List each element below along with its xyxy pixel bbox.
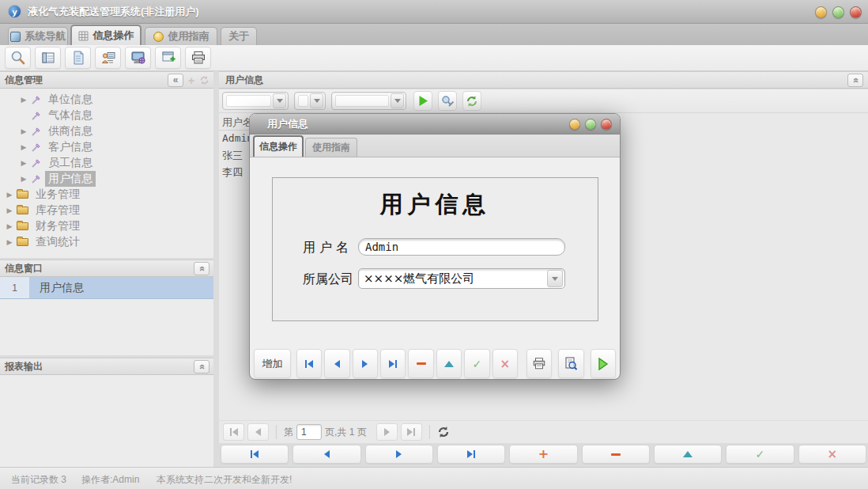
- sidebar: 信息管理 « + ▶ 单位信息 气体信息: [0, 71, 213, 467]
- tab-system-nav[interactable]: 系统导航: [8, 27, 68, 45]
- minimize-button[interactable]: [815, 6, 827, 18]
- record-prev-button[interactable]: [292, 445, 360, 464]
- dialog-print-button[interactable]: [526, 349, 552, 378]
- dialog-edit-button[interactable]: [436, 349, 462, 378]
- record-edit-button[interactable]: [654, 445, 722, 464]
- dialog-tab-info-operation[interactable]: 信息操作: [253, 135, 304, 157]
- dialog-delete-button[interactable]: [408, 349, 433, 378]
- tree-item-label: 员工信息: [45, 155, 96, 171]
- first-page-button[interactable]: [223, 423, 244, 441]
- dialog-titlebar[interactable]: 用户信息: [250, 114, 620, 135]
- last-page-button[interactable]: [401, 423, 422, 441]
- collapse-info-window-button[interactable]: «: [194, 262, 209, 275]
- refresh-data-button[interactable]: [462, 91, 481, 111]
- expand-arrow-icon[interactable]: ▶: [19, 175, 28, 183]
- tree-item-inventory-mgmt[interactable]: ▶ 库存管理: [0, 203, 213, 218]
- tool-icon: [31, 142, 41, 153]
- chevron-down-icon: [277, 99, 283, 103]
- close-button[interactable]: [850, 6, 862, 18]
- dropdown-button[interactable]: [273, 93, 286, 108]
- collapse-report-button[interactable]: «: [194, 360, 209, 373]
- expand-arrow-icon[interactable]: ▶: [5, 207, 14, 214]
- dropdown-button[interactable]: [391, 93, 404, 108]
- tree-item-label: 气体信息: [45, 108, 96, 123]
- record-cancel-button[interactable]: ×: [798, 445, 866, 464]
- collapse-main-panel-button[interactable]: «: [847, 74, 863, 87]
- expand-arrow-icon[interactable]: ▶: [19, 96, 28, 104]
- new-window-button[interactable]: [155, 47, 181, 69]
- prev-page-button[interactable]: [247, 423, 269, 441]
- refresh-grid-icon[interactable]: [437, 426, 450, 438]
- tree-item-query-stats[interactable]: ▶ 查询统计: [0, 234, 213, 250]
- company-select[interactable]: ××××燃气有限公司: [358, 268, 565, 289]
- record-next-button[interactable]: [365, 445, 433, 464]
- folder-icon: [17, 191, 28, 199]
- filter-value-select[interactable]: [331, 92, 406, 110]
- grid-row-lisi[interactable]: 李四: [222, 164, 243, 180]
- record-add-button[interactable]: +: [509, 445, 577, 464]
- dialog-confirm-button[interactable]: ✓: [464, 349, 489, 378]
- expand-arrow-icon[interactable]: ▶: [5, 222, 14, 230]
- page-number-input[interactable]: [296, 424, 322, 440]
- list-view-button[interactable]: [35, 47, 61, 69]
- expand-arrow-icon[interactable]: ▶: [19, 143, 28, 151]
- expand-arrow-icon[interactable]: ▶: [5, 238, 14, 246]
- record-confirm-button[interactable]: ✓: [726, 445, 794, 464]
- dialog-prev-button[interactable]: [324, 349, 349, 378]
- filter-operator-select[interactable]: [294, 92, 326, 110]
- tree-item-employee-info[interactable]: ▶ 员工信息: [0, 155, 213, 171]
- expand-arrow-icon[interactable]: ▶: [5, 191, 14, 199]
- grid-row-zhangsan[interactable]: 张三: [222, 147, 243, 164]
- cancel-icon: ×: [500, 357, 510, 371]
- minus-icon: [417, 362, 426, 365]
- next-page-button[interactable]: [376, 423, 398, 441]
- document-button[interactable]: [65, 47, 91, 69]
- tree-item-label: 查询统计: [32, 234, 83, 250]
- execute-filter-button[interactable]: [413, 91, 432, 111]
- user-management-button[interactable]: [95, 47, 121, 69]
- tree-item-supplier-info[interactable]: ▶ 供商信息: [0, 123, 213, 139]
- dialog-close-button[interactable]: [601, 119, 612, 130]
- tab-info-operation[interactable]: 信息操作: [70, 25, 142, 45]
- tree-item-user-info[interactable]: ▶ 用户信息: [0, 171, 213, 187]
- tree-item-unit-info[interactable]: ▶ 单位信息: [0, 92, 213, 108]
- expand-arrow-icon[interactable]: ▶: [19, 159, 28, 167]
- record-first-button[interactable]: [221, 445, 289, 464]
- collapse-sidebar-button[interactable]: «: [168, 74, 183, 87]
- tab-about[interactable]: 关于: [221, 27, 257, 45]
- dialog-tab-user-guide[interactable]: 使用指南: [305, 138, 357, 157]
- monitor-globe-icon: [130, 50, 146, 66]
- dialog-cancel-button[interactable]: ×: [492, 349, 518, 378]
- record-last-button[interactable]: [437, 445, 505, 464]
- dialog-minimize-button[interactable]: [569, 119, 580, 130]
- expand-arrow-icon[interactable]: ▶: [19, 127, 28, 135]
- record-delete-button[interactable]: [582, 445, 650, 464]
- add-record-button[interactable]: 增加: [254, 349, 291, 378]
- dialog-next-button[interactable]: [353, 349, 378, 378]
- tree-item-customer-info[interactable]: ▶ 客户信息: [0, 139, 213, 155]
- dialog-last-button[interactable]: [380, 349, 406, 378]
- tree-item-finance-mgmt[interactable]: ▶ 财务管理: [0, 218, 213, 234]
- dialog-first-button[interactable]: [296, 349, 322, 378]
- remote-view-button[interactable]: [125, 47, 151, 69]
- window-row-number: 1: [0, 277, 30, 298]
- dialog-run-button[interactable]: [591, 349, 616, 378]
- minus-icon: [611, 453, 621, 456]
- tree-item-gas-info[interactable]: 气体信息: [0, 108, 213, 123]
- search-button[interactable]: [5, 47, 31, 69]
- print-button[interactable]: [185, 47, 211, 69]
- advanced-search-button[interactable]: [438, 91, 457, 111]
- dropdown-button[interactable]: [547, 270, 563, 287]
- dropdown-button[interactable]: [310, 93, 323, 108]
- tab-user-guide[interactable]: 使用指南: [145, 27, 217, 45]
- dialog-maximize-button[interactable]: [585, 119, 596, 130]
- tool-icon: [31, 95, 41, 105]
- combo-value: [335, 95, 389, 107]
- tree-item-business-mgmt[interactable]: ▶ 业务管理: [0, 187, 213, 203]
- info-window-row-user-info[interactable]: 1 用户信息: [0, 277, 213, 299]
- dialog-preview-button[interactable]: [558, 349, 583, 378]
- tab-label: 使用指南: [312, 141, 350, 154]
- maximize-button[interactable]: [832, 6, 844, 18]
- username-input[interactable]: [358, 238, 565, 256]
- filter-field-select[interactable]: [222, 92, 289, 110]
